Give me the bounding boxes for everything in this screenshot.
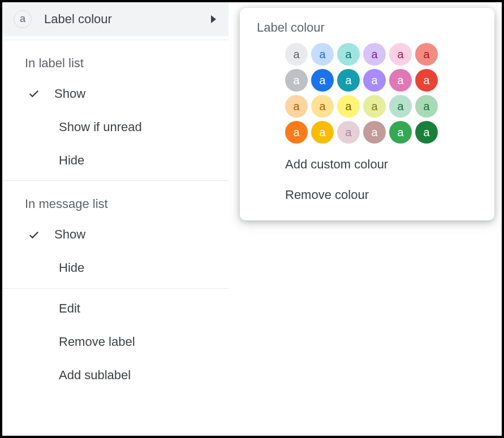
divider — [2, 40, 229, 40]
label-colour-label: Label colour — [44, 11, 112, 28]
menu-label: Show — [54, 85, 85, 103]
colour-swatch[interactable]: a — [337, 121, 360, 144]
colour-swatch[interactable]: a — [415, 95, 438, 118]
label-swatch-preview: a — [14, 10, 32, 28]
colour-swatch[interactable]: a — [285, 95, 308, 118]
remove-label[interactable]: Remove label — [2, 326, 229, 359]
label-list-show[interactable]: Show — [2, 77, 229, 111]
message-list-show[interactable]: Show — [2, 218, 229, 251]
menu-label: Show if unread — [59, 119, 142, 136]
label-context-menu: a Label colour In label list Show Show i… — [2, 2, 229, 392]
section-in-message-list-title: In message list — [2, 184, 229, 218]
add-custom-colour[interactable]: Add custom colour — [240, 149, 494, 180]
remove-colour[interactable]: Remove colour — [240, 180, 494, 210]
label-list-hide[interactable]: Hide — [2, 144, 229, 177]
colour-swatch[interactable]: a — [285, 43, 308, 66]
colour-swatch-grid: aaaaaaaaaaaaaaaaaaaaaaaa — [240, 43, 494, 149]
colour-swatch[interactable]: a — [363, 121, 386, 144]
label-colour-menu-item[interactable]: a Label colour — [2, 2, 229, 36]
colour-swatch[interactable]: a — [415, 69, 438, 92]
colour-swatch[interactable]: a — [311, 95, 334, 118]
colour-swatch[interactable]: a — [285, 69, 308, 92]
menu-label: Remove label — [59, 333, 135, 351]
section-in-label-list-title: In label list — [2, 44, 229, 77]
colour-swatch[interactable]: a — [311, 121, 334, 144]
colour-swatch[interactable]: a — [389, 69, 412, 92]
add-sublabel[interactable]: Add sublabel — [2, 359, 229, 392]
colour-swatch[interactable]: a — [337, 43, 360, 66]
check-icon — [25, 88, 43, 100]
colour-swatch[interactable]: a — [363, 69, 386, 92]
colour-swatch[interactable]: a — [337, 95, 360, 118]
menu-label: Add sublabel — [59, 367, 131, 384]
label-colour-submenu: Label colour aaaaaaaaaaaaaaaaaaaaaaaa Ad… — [240, 8, 494, 220]
menu-label: Edit — [59, 300, 80, 318]
submenu-title: Label colour — [240, 20, 494, 43]
colour-swatch[interactable]: a — [363, 95, 386, 118]
submenu-arrow-icon — [211, 15, 216, 23]
menu-label: Hide — [59, 259, 84, 277]
colour-swatch[interactable]: a — [337, 69, 360, 92]
colour-swatch[interactable]: a — [311, 69, 334, 92]
label-list-show-if-unread[interactable]: Show if unread — [2, 111, 229, 144]
colour-swatch[interactable]: a — [389, 95, 412, 118]
colour-swatch[interactable]: a — [415, 121, 438, 144]
colour-swatch[interactable]: a — [363, 43, 386, 66]
colour-swatch[interactable]: a — [285, 121, 308, 144]
menu-label: Show — [54, 226, 85, 244]
colour-swatch[interactable]: a — [311, 43, 334, 66]
colour-swatch[interactable]: a — [389, 43, 412, 66]
colour-swatch[interactable]: a — [415, 43, 438, 66]
colour-swatch[interactable]: a — [389, 121, 412, 144]
menu-label: Hide — [59, 152, 84, 170]
edit-label[interactable]: Edit — [2, 292, 229, 326]
message-list-hide[interactable]: Hide — [2, 251, 229, 285]
divider — [2, 180, 229, 181]
check-icon — [25, 229, 43, 241]
divider — [2, 288, 229, 289]
